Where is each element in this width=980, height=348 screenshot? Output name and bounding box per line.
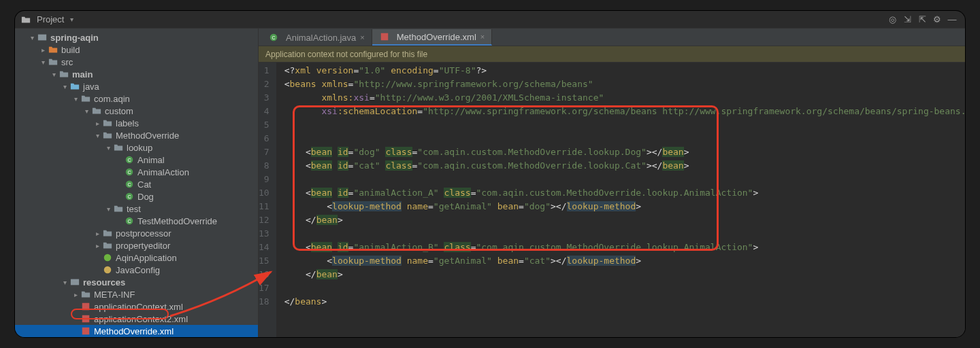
code-line[interactable]: </beans> bbox=[284, 295, 965, 309]
tree-item-aqinapplication[interactable]: AqinApplication bbox=[15, 251, 258, 264]
xml-icon bbox=[80, 326, 91, 336]
tab-methodoverride-xml[interactable]: MethodOverride.xml× bbox=[372, 29, 492, 46]
tree-label: AnimalAction bbox=[137, 167, 189, 177]
code-line[interactable]: </bean> bbox=[284, 213, 965, 227]
code-line[interactable]: <bean id="dog" class="com.aqin.custom.Me… bbox=[284, 145, 965, 159]
code-line[interactable] bbox=[284, 281, 965, 295]
folder-icon bbox=[113, 203, 124, 214]
folder-icon bbox=[102, 228, 113, 239]
code-line[interactable]: <lookup-method name="getAnimal" bean="ca… bbox=[284, 254, 965, 268]
tree-item-spring-aqin[interactable]: ▾spring-aqin bbox=[15, 31, 258, 44]
project-toolbar: Project ▾ ◎ ⇲ ⇱ ⚙ — bbox=[15, 11, 965, 29]
close-icon[interactable]: × bbox=[480, 33, 485, 41]
svg-rect-16 bbox=[82, 328, 90, 335]
hide-icon[interactable]: — bbox=[945, 12, 960, 27]
code-line[interactable]: xsi:schemaLocation="http://www.springfra… bbox=[284, 105, 965, 118]
folder-icon bbox=[80, 93, 91, 104]
tab-label: AnimalAction.java bbox=[286, 33, 356, 43]
tree-item-applicationcontext-xml[interactable]: applicationContext.xml bbox=[15, 300, 258, 313]
tree-item-main[interactable]: ▾main bbox=[15, 68, 258, 80]
code-line[interactable] bbox=[284, 173, 965, 186]
tree-item-com-aqin[interactable]: ▾com.aqin bbox=[15, 92, 258, 105]
tree-item-dog[interactable]: CDog bbox=[15, 190, 258, 203]
tree-item-resources[interactable]: ▾resources bbox=[15, 276, 258, 288]
code-line[interactable]: <bean id="cat" class="com.aqin.custom.Me… bbox=[284, 159, 965, 173]
code-line[interactable]: <beans xmlns="http://www.springframework… bbox=[284, 77, 965, 91]
tab-animalaction-java[interactable]: CAnimalAction.java× bbox=[261, 29, 372, 46]
collapse-icon[interactable]: ⇱ bbox=[915, 12, 930, 27]
chevron-down-icon[interactable]: ▾ bbox=[49, 71, 59, 78]
expand-icon[interactable]: ⇲ bbox=[900, 12, 915, 27]
code-content[interactable]: <?xml version="1.0" encoding="UTF-8"?><b… bbox=[276, 63, 965, 337]
tree-label: Dog bbox=[137, 192, 154, 202]
tree-item-build[interactable]: ▸build bbox=[15, 44, 258, 56]
code-line[interactable]: xmlns:xsi="http://www.w3.org/2001/XMLSch… bbox=[284, 91, 965, 105]
chevron-down-icon[interactable]: ▾ bbox=[71, 95, 80, 103]
tree-item-test[interactable]: ▾test bbox=[15, 203, 258, 215]
code-line[interactable] bbox=[284, 132, 965, 145]
chevron-down-icon[interactable]: ▾ bbox=[60, 279, 69, 286]
tree-item-lookup[interactable]: ▾lookup bbox=[15, 141, 258, 154]
tree-item-animalaction[interactable]: CAnimalAction bbox=[15, 166, 258, 178]
tree-label: MethodOverride bbox=[116, 130, 179, 141]
tree-item-propertyeditor[interactable]: ▸propertyeditor bbox=[15, 239, 258, 251]
tree-label: src bbox=[61, 57, 73, 67]
close-icon[interactable]: × bbox=[360, 33, 364, 41]
tree-item-custom[interactable]: ▾custom bbox=[15, 105, 258, 117]
tree-item-meta-inf[interactable]: ▸META-INF bbox=[15, 288, 258, 300]
folder-icon bbox=[91, 105, 102, 116]
tree-item-animal[interactable]: CAnimal bbox=[15, 154, 258, 166]
line-number: 14 bbox=[259, 241, 270, 254]
xml-icon bbox=[80, 301, 91, 312]
svg-rect-19 bbox=[381, 33, 389, 41]
chevron-down-icon[interactable]: ▾ bbox=[60, 83, 69, 90]
code-line[interactable]: <?xml version="1.0" encoding="UTF-8"?> bbox=[284, 64, 965, 77]
settings-icon[interactable]: ⚙ bbox=[930, 12, 945, 27]
tree-label: resources bbox=[83, 277, 125, 288]
chevron-down-icon[interactable]: ▾ bbox=[82, 107, 91, 115]
code-line[interactable]: <bean id="animalAction_A" class="com.aqi… bbox=[284, 186, 965, 200]
chevron-down-icon[interactable]: ▾ bbox=[103, 144, 113, 152]
project-chevron-icon[interactable]: ▾ bbox=[67, 16, 76, 23]
code-line[interactable]: <lookup-method name="getAnimal" bean="do… bbox=[284, 200, 965, 213]
tree-item-methodoverride[interactable]: ▾MethodOverride bbox=[15, 129, 258, 141]
module-icon bbox=[69, 277, 80, 288]
tree-item-src[interactable]: ▾src bbox=[15, 56, 258, 68]
tree-item-postprocessor[interactable]: ▸postprocessor bbox=[15, 227, 258, 239]
green-icon: C bbox=[124, 179, 135, 190]
context-banner[interactable]: Application context not configured for t… bbox=[259, 46, 965, 63]
chevron-down-icon[interactable]: ▾ bbox=[38, 58, 48, 66]
line-number: 12 bbox=[259, 213, 270, 227]
chevron-right-icon[interactable]: ▸ bbox=[93, 230, 102, 237]
chevron-right-icon[interactable]: ▸ bbox=[93, 120, 102, 127]
tree-item-cat[interactable]: CCat bbox=[15, 178, 258, 190]
code-line[interactable]: </bean> bbox=[284, 268, 965, 281]
tree-item-applicationcontext2-xml[interactable]: applicationContext2.xml bbox=[15, 313, 258, 325]
line-number: 5 bbox=[259, 118, 270, 132]
tree-item-java[interactable]: ▾java bbox=[15, 80, 258, 92]
tree-label: custom bbox=[105, 106, 133, 116]
tree-item-javaconfig[interactable]: JavaConfig bbox=[15, 264, 258, 276]
chevron-down-icon[interactable]: ▾ bbox=[27, 34, 37, 41]
folder-icon bbox=[80, 289, 91, 300]
chevron-down-icon[interactable]: ▾ bbox=[93, 132, 102, 139]
project-tree[interactable]: ▾spring-aqin▸build▾src▾main▾java▾com.aqi… bbox=[15, 29, 259, 337]
tree-item-testmethodoverride[interactable]: CTestMethodOverride bbox=[15, 215, 258, 227]
project-icon bbox=[20, 14, 31, 25]
tree-label: labels bbox=[116, 118, 139, 128]
tree-label: spring-aqin bbox=[50, 33, 99, 43]
svg-text:C: C bbox=[127, 182, 131, 187]
code-line[interactable] bbox=[284, 227, 965, 241]
chevron-right-icon[interactable]: ▸ bbox=[38, 46, 48, 54]
tree-item-labels[interactable]: ▸labels bbox=[15, 117, 258, 129]
code-line[interactable] bbox=[284, 118, 965, 132]
tree-item-methodoverride-xml[interactable]: MethodOverride.xml bbox=[15, 325, 258, 337]
code-line[interactable]: <bean id="animalAction_B" class="com.aqi… bbox=[284, 241, 965, 254]
chevron-right-icon[interactable]: ▸ bbox=[93, 242, 102, 249]
code-editor[interactable]: 123456789101112131415161718 <?xml versio… bbox=[259, 63, 965, 337]
chevron-right-icon[interactable]: ▸ bbox=[71, 291, 80, 298]
tree-label: java bbox=[83, 82, 99, 92]
folder-icon bbox=[102, 118, 113, 128]
locate-icon[interactable]: ◎ bbox=[885, 12, 900, 27]
chevron-down-icon[interactable]: ▾ bbox=[103, 205, 113, 213]
